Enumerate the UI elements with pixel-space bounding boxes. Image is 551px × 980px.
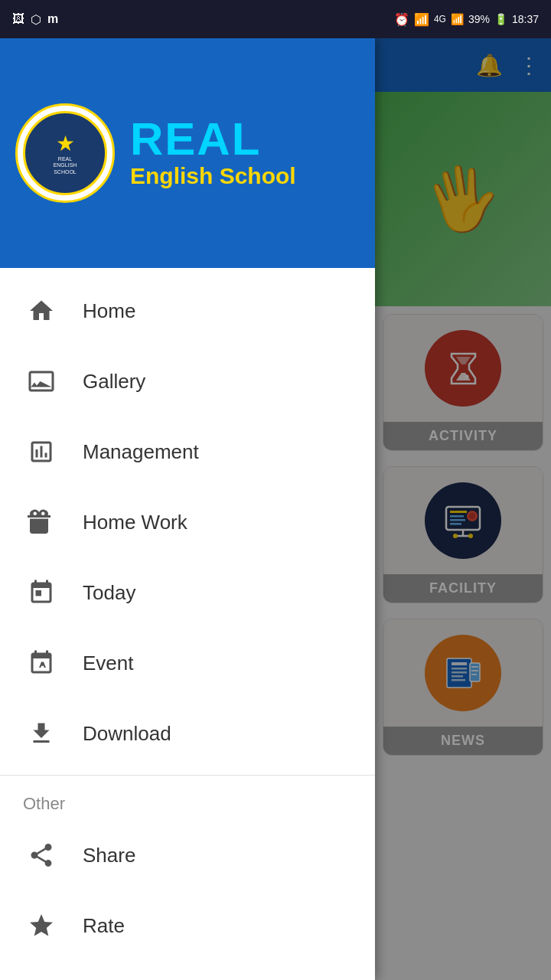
rate-label: Rate bbox=[83, 914, 125, 938]
m-icon: m bbox=[47, 12, 58, 26]
download-label: Download bbox=[83, 722, 171, 746]
alarm-icon: ⏰ bbox=[394, 12, 409, 27]
today-label: Today bbox=[83, 581, 135, 605]
event-label: Event bbox=[83, 652, 134, 675]
today-icon bbox=[23, 574, 60, 611]
home-icon bbox=[23, 292, 60, 329]
other-section-label: Other bbox=[0, 782, 375, 820]
school-name-real: REAL bbox=[130, 116, 296, 162]
school-logo: ★ REALENGLISHSCHOOL bbox=[15, 103, 115, 203]
home-label: Home bbox=[83, 299, 135, 323]
gallery-label: Gallery bbox=[83, 370, 145, 394]
logo-text: REALENGLISHSCHOOL bbox=[54, 156, 77, 175]
bluetooth-icon: ⬡ bbox=[31, 12, 41, 27]
management-label: Management bbox=[83, 440, 199, 464]
nav-item-gallery[interactable]: Gallery bbox=[0, 346, 375, 416]
share-icon bbox=[23, 837, 60, 874]
gallery-icon bbox=[23, 363, 60, 400]
nav-item-contact[interactable]: Contact Us bbox=[0, 961, 375, 980]
homework-icon bbox=[23, 504, 60, 541]
nav-divider bbox=[0, 775, 375, 776]
logo-star-icon: ★ bbox=[56, 131, 75, 156]
nav-item-rate[interactable]: Rate bbox=[0, 890, 375, 961]
homework-label: Home Work bbox=[83, 511, 187, 534]
status-bar-right: ⏰ 📶 4G 📶 39% 🔋 18:37 bbox=[394, 12, 539, 27]
signal-4g: 4G bbox=[434, 14, 446, 24]
event-icon bbox=[23, 645, 60, 681]
share-label: Share bbox=[83, 844, 135, 867]
nav-item-today[interactable]: Today bbox=[0, 557, 375, 628]
gallery-status-icon: 🖼 bbox=[12, 12, 24, 26]
download-icon bbox=[23, 715, 60, 752]
navigation-drawer: ★ REALENGLISHSCHOOL REAL English School … bbox=[0, 38, 375, 980]
drawer-scrim[interactable] bbox=[375, 38, 551, 980]
nav-item-share[interactable]: Share bbox=[0, 820, 375, 890]
management-icon bbox=[23, 433, 60, 470]
nav-item-homework[interactable]: Home Work bbox=[0, 487, 375, 557]
signal-bars: 📶 bbox=[451, 13, 464, 25]
status-bar: 🖼 ⬡ m ⏰ 📶 4G 📶 39% 🔋 18:37 bbox=[0, 0, 551, 38]
school-name-english: English School bbox=[130, 162, 296, 190]
logo-inner: ★ REALENGLISHSCHOOL bbox=[23, 111, 107, 195]
rate-star-icon bbox=[23, 907, 60, 944]
school-title: REAL English School bbox=[130, 116, 296, 190]
drawer-header: ★ REALENGLISHSCHOOL REAL English School bbox=[0, 38, 375, 268]
nav-item-download[interactable]: Download bbox=[0, 698, 375, 769]
nav-item-event[interactable]: Event bbox=[0, 628, 375, 698]
nav-item-management[interactable]: Management bbox=[0, 416, 375, 487]
wifi-icon: 📶 bbox=[414, 12, 429, 27]
status-bar-left: 🖼 ⬡ m bbox=[12, 12, 58, 27]
nav-list: Home Gallery Management bbox=[0, 268, 375, 980]
clock: 18:37 bbox=[512, 13, 539, 25]
battery-icon: 🔋 bbox=[494, 13, 507, 25]
nav-item-home[interactable]: Home bbox=[0, 276, 375, 346]
main-layout: 🔔 ⋮ 🖐 bbox=[0, 38, 551, 980]
battery-percent: 39% bbox=[468, 13, 490, 25]
